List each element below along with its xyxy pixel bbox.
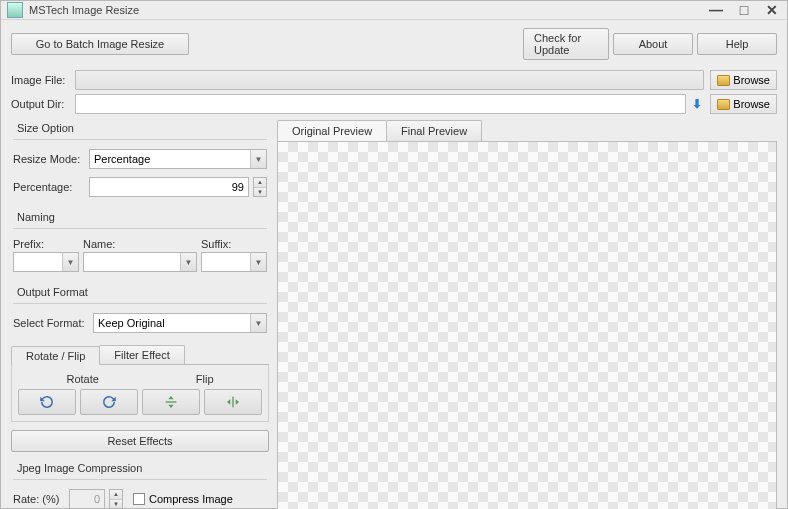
titlebar: MSTech Image Resize — □ ✕: [1, 1, 787, 20]
output-dir-field[interactable]: [75, 94, 686, 114]
checkbox-icon: [133, 493, 145, 505]
percentage-spinner[interactable]: ▲▼: [253, 177, 267, 197]
output-format-title: Output Format: [11, 284, 269, 299]
help-button[interactable]: Help: [697, 33, 777, 55]
top-toolbar: Go to Batch Image Resize Check for Updat…: [1, 20, 787, 68]
prefix-select[interactable]: ▼: [13, 252, 79, 272]
name-label: Name:: [83, 238, 197, 250]
check-update-button[interactable]: Check for Update: [523, 28, 609, 60]
reset-effects-button[interactable]: Reset Effects: [11, 430, 269, 452]
app-window: MSTech Image Resize — □ ✕ Go to Batch Im…: [0, 0, 788, 509]
rate-label: Rate: (%): [13, 493, 65, 505]
image-file-field[interactable]: [75, 70, 704, 90]
tab-filter-effect[interactable]: Filter Effect: [99, 345, 184, 364]
flip-horizontal-button[interactable]: [204, 389, 262, 415]
format-select[interactable]: Keep Original ▼: [93, 313, 267, 333]
resize-mode-label: Resize Mode:: [13, 153, 85, 165]
percentage-input[interactable]: 99: [89, 177, 249, 197]
percentage-value: 99: [232, 181, 244, 193]
rotate-cw-button[interactable]: [80, 389, 138, 415]
flip-vertical-button[interactable]: [142, 389, 200, 415]
app-icon: [7, 2, 23, 18]
chevron-down-icon: ▼: [250, 150, 266, 168]
preview-panel: Original Preview Final Preview: [277, 120, 777, 509]
format-label: Select Format:: [13, 317, 89, 329]
name-select[interactable]: ▼: [83, 252, 197, 272]
rotate-ccw-button[interactable]: [18, 389, 76, 415]
about-button[interactable]: About: [613, 33, 693, 55]
browse-label: Browse: [733, 98, 770, 110]
left-panel: Size Option Resize Mode: Percentage ▼ Pe…: [11, 120, 269, 509]
image-file-label: Image File:: [11, 74, 69, 86]
chevron-down-icon: ▼: [180, 253, 196, 271]
chevron-down-icon: ▼: [250, 314, 266, 332]
tab-original-preview[interactable]: Original Preview: [277, 120, 387, 141]
chevron-down-icon: ▼: [62, 253, 78, 271]
maximize-button[interactable]: □: [735, 1, 753, 19]
compress-checkbox[interactable]: Compress Image: [133, 493, 233, 505]
resize-mode-value: Percentage: [94, 153, 150, 165]
rotate-flip-panel: Rotate Flip: [11, 365, 269, 422]
naming-title: Naming: [11, 209, 269, 224]
rate-value: 0: [94, 493, 100, 505]
batch-resize-button[interactable]: Go to Batch Image Resize: [11, 33, 189, 55]
output-dir-label: Output Dir:: [11, 98, 69, 110]
download-icon[interactable]: ⬇: [692, 97, 702, 111]
folder-icon: [717, 99, 730, 110]
prefix-label: Prefix:: [13, 238, 79, 250]
image-file-row: Image File: Browse: [1, 68, 787, 92]
folder-icon: [717, 75, 730, 86]
preview-canvas: [277, 141, 777, 509]
output-dir-row: Output Dir: ⬇ Browse: [1, 92, 787, 116]
tab-rotate-flip[interactable]: Rotate / Flip: [11, 346, 100, 365]
percentage-label: Percentage:: [13, 181, 85, 193]
tab-final-preview[interactable]: Final Preview: [386, 120, 482, 141]
format-value: Keep Original: [98, 317, 165, 329]
jpeg-compression-title: Jpeg Image Compression: [11, 460, 269, 475]
close-window-button[interactable]: ✕: [763, 1, 781, 19]
output-browse-button[interactable]: Browse: [710, 94, 777, 114]
image-browse-button[interactable]: Browse: [710, 70, 777, 90]
rotate-cw-icon: [100, 393, 118, 411]
flip-label: Flip: [196, 373, 214, 385]
browse-label: Browse: [733, 74, 770, 86]
rotate-ccw-icon: [38, 393, 56, 411]
rate-spinner: ▲▼: [109, 489, 123, 509]
rate-input: 0: [69, 489, 105, 509]
chevron-down-icon: ▼: [250, 253, 266, 271]
flip-horizontal-icon: [225, 394, 241, 410]
compress-label: Compress Image: [149, 493, 233, 505]
flip-vertical-icon: [163, 394, 179, 410]
suffix-select[interactable]: ▼: [201, 252, 267, 272]
resize-mode-select[interactable]: Percentage ▼: [89, 149, 267, 169]
minimize-button[interactable]: —: [707, 1, 725, 19]
size-option-title: Size Option: [11, 120, 269, 135]
suffix-label: Suffix:: [201, 238, 267, 250]
rotate-label: Rotate: [66, 373, 98, 385]
window-title: MSTech Image Resize: [29, 4, 707, 16]
